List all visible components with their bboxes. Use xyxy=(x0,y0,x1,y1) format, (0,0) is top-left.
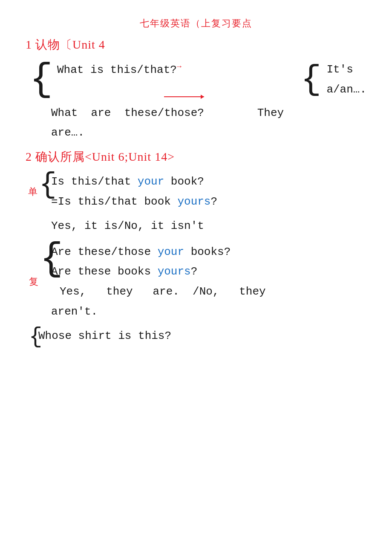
section2-heading: 2 确认所属<Unit 6;Unit 14> xyxy=(26,149,366,165)
section1-heading: 1 认物〔Unit 4 xyxy=(26,37,366,53)
dan-answer: Yes, it is/No, it isn't xyxy=(51,216,366,236)
section2: 2 确认所属<Unit 6;Unit 14> 单 { Is this/that … xyxy=(26,149,366,346)
left-brace-1: { xyxy=(30,60,53,100)
fu-group: 复 { Are these/those your books? Are thes… xyxy=(51,242,366,322)
answer-line-2: a/an…. xyxy=(326,80,366,100)
whose-line: Whose shirt is this? xyxy=(38,326,366,346)
dan-group: 单 { Is this/that your book? =Is this/tha… xyxy=(51,172,366,212)
answer-col: It's a/an…. xyxy=(326,60,366,100)
fu-ans-2: aren't. xyxy=(51,302,366,322)
answer-line-1: It's xyxy=(326,60,366,80)
dan-line-2: =Is this/that book yours? xyxy=(51,192,366,212)
whose-brace-symbol: { xyxy=(29,326,42,348)
question-line-1: What is this/that?→ xyxy=(57,60,292,80)
those-block: What are these/those? They are…. xyxy=(51,103,366,143)
fu-line-1: Are these/those your books? xyxy=(51,242,366,262)
those-answer: are…. xyxy=(51,123,366,143)
dan-label: 单 xyxy=(28,185,37,198)
fu-ans-1: Yes, they are. /No, they xyxy=(51,282,366,302)
fu-label: 复 xyxy=(29,275,38,288)
dan-brace-symbol: { xyxy=(39,172,57,199)
those-question: What are these/those? They xyxy=(51,103,366,123)
page-title: 七年级英语（上复习要点 xyxy=(26,17,366,30)
those-word: those xyxy=(164,103,197,123)
fu-line-2: Are these books yours? xyxy=(51,262,366,282)
brace-row-1: { What is this/that?→ { It's a/an…. xyxy=(30,60,366,100)
right-brace-symbol: { xyxy=(301,63,321,97)
dan-line-1: Is this/that your book? xyxy=(51,172,366,192)
fu-brace-symbol: { xyxy=(40,242,63,277)
brace-col-1: What is this/that?→ xyxy=(57,60,292,100)
section1: 1 认物〔Unit 4 { What is this/that?→ { It's… xyxy=(26,37,366,143)
right-brace-group: { It's a/an…. xyxy=(301,60,366,100)
whose-group: { Whose shirt is this? xyxy=(38,326,366,346)
